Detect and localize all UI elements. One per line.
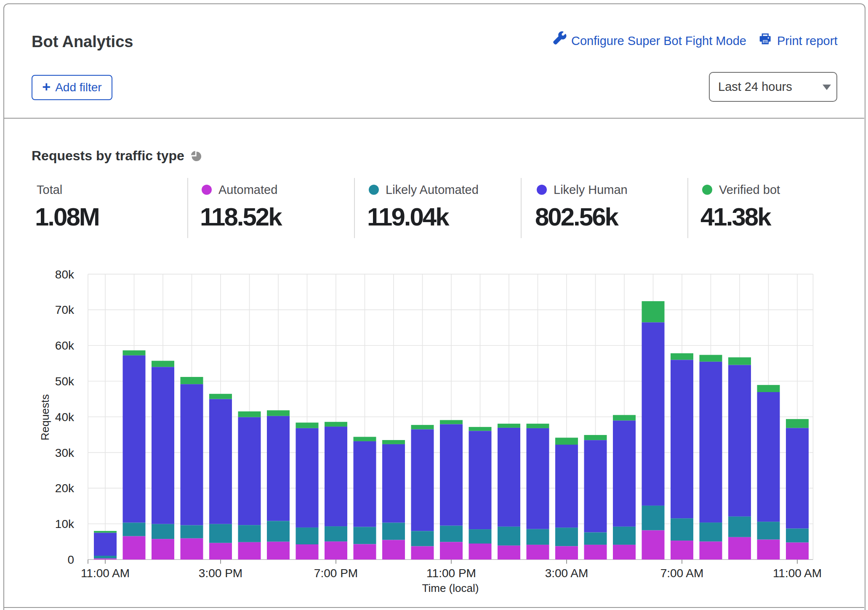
svg-text:Time (local): Time (local) [422, 582, 479, 594]
svg-text:7:00 AM: 7:00 AM [660, 567, 704, 580]
svg-text:11:00 AM: 11:00 AM [773, 567, 822, 580]
svg-text:7:00 PM: 7:00 PM [314, 567, 358, 580]
svg-text:3:00 AM: 3:00 AM [545, 567, 588, 580]
svg-text:Requests: Requests [39, 394, 51, 440]
svg-text:11:00 PM: 11:00 PM [426, 567, 476, 580]
svg-text:20k: 20k [55, 482, 75, 495]
svg-text:60k: 60k [55, 339, 75, 352]
svg-text:10k: 10k [55, 517, 75, 530]
svg-text:0: 0 [67, 553, 74, 566]
svg-text:40k: 40k [55, 411, 75, 424]
svg-text:50k: 50k [55, 375, 75, 388]
svg-text:70k: 70k [55, 303, 75, 316]
svg-text:3:00 PM: 3:00 PM [199, 567, 242, 580]
svg-text:30k: 30k [55, 446, 75, 459]
svg-text:80k: 80k [55, 268, 75, 281]
svg-text:11:00 AM: 11:00 AM [81, 567, 130, 580]
